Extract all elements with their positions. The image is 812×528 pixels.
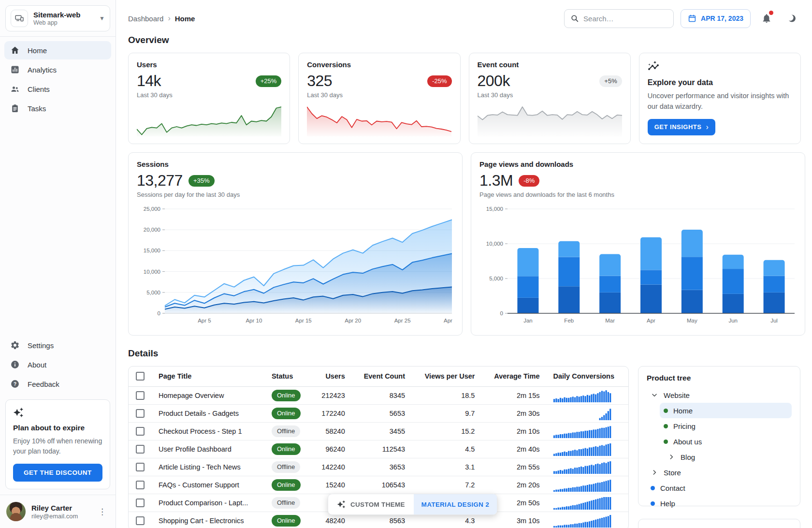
row-checkbox[interactable]: [136, 516, 145, 525]
page-title-cell: Checkout Process - Step 1: [152, 422, 265, 440]
date-label: APR 17, 2023: [701, 15, 743, 22]
sessions-area-chart: 05,00010,00015,00020,00025,000Apr 5Apr 1…: [137, 204, 454, 326]
event-count-cell: 112543: [352, 440, 412, 458]
devices-icon: [11, 10, 28, 27]
breadcrumb-root[interactable]: Dashboard: [128, 15, 163, 23]
breadcrumb-separator-icon: ›: [168, 14, 170, 23]
column-header: Average Time: [481, 367, 546, 386]
sidebar-item-clients[interactable]: Clients: [4, 80, 111, 98]
daily-conversions-cell: [547, 386, 628, 404]
info-icon: [10, 359, 20, 370]
row-checkbox-cell: [129, 386, 152, 404]
svg-text:25,000: 25,000: [144, 206, 160, 212]
tree-item-label: Home: [673, 407, 693, 415]
row-checkbox-cell: [129, 404, 152, 422]
row-checkbox-cell: [129, 512, 152, 528]
row-checkbox[interactable]: [136, 463, 145, 471]
search-input[interactable]: [583, 15, 680, 23]
trend-sparkline: [478, 102, 622, 136]
notification-badge: [769, 11, 773, 15]
users-cell: 142240: [311, 458, 352, 476]
svg-text:Apr 20: Apr 20: [345, 318, 361, 323]
green-dot-icon: [664, 409, 668, 413]
date-picker-button[interactable]: APR 17, 2023: [681, 9, 751, 28]
tree-item-contact[interactable]: Contact: [647, 480, 792, 496]
status-badge: Offline: [272, 461, 300, 473]
status-badge: Online: [272, 443, 301, 455]
user-name: Riley Carter: [31, 504, 78, 512]
column-header: Users: [311, 367, 352, 386]
tree-item-about-us[interactable]: About us: [660, 434, 792, 449]
select-all-cell: [129, 367, 152, 386]
partial-card: [638, 519, 800, 528]
stat-card-title: Users: [137, 60, 281, 69]
stat-value: 200k: [478, 72, 510, 90]
notifications-button[interactable]: [757, 9, 776, 28]
explore-card-body: Uncover performance and visitor insights…: [648, 91, 792, 112]
sidebar-item-about[interactable]: About: [4, 355, 111, 374]
average-time-cell: 2m 10s: [481, 422, 546, 440]
svg-text:Apr 10: Apr 10: [246, 318, 262, 323]
get-insights-button[interactable]: GET INSIGHTS ›: [648, 119, 716, 135]
workspace-selector[interactable]: Sitemark-web Web app ▼: [5, 5, 110, 31]
average-time-cell: 2m 15s: [481, 386, 546, 404]
row-checkbox[interactable]: [136, 445, 145, 454]
tree-item-store[interactable]: Store: [647, 465, 792, 480]
tree-item-blog[interactable]: Blog: [664, 449, 792, 465]
column-header: Event Count: [352, 367, 412, 386]
tree-item-website[interactable]: Website: [647, 387, 792, 403]
sidebar-item-tasks[interactable]: Tasks: [4, 99, 111, 117]
column-header: Page Title: [152, 367, 265, 386]
users-cell: 58240: [311, 422, 352, 440]
row-checkbox[interactable]: [136, 499, 145, 507]
row-checkbox[interactable]: [136, 427, 145, 436]
tree-item-home[interactable]: Home: [660, 403, 792, 418]
row-checkbox[interactable]: [136, 409, 145, 418]
row-checkbox[interactable]: [136, 391, 145, 400]
svg-text:5,000: 5,000: [146, 290, 160, 295]
search-icon: [570, 14, 579, 23]
overview-section-title: Overview: [128, 35, 801, 45]
table-row: User Profile DashboardOnline962401125434…: [129, 440, 628, 458]
trend-sparkline: [137, 102, 281, 136]
workspace-name: Sitemark-web: [33, 11, 94, 19]
topbar: Dashboard › Home APR 17, 2023: [128, 0, 801, 28]
tree-item-label: Contact: [660, 484, 685, 492]
tree-item-help[interactable]: Help: [647, 496, 792, 511]
sessions-chart-card: Sessions 13,277 +35% Sessions per day fo…: [128, 152, 463, 336]
sidebar-item-analytics[interactable]: Analytics: [4, 60, 111, 79]
material-design-2-button[interactable]: MATERIAL DESIGN 2: [414, 494, 497, 514]
tree-item-pricing[interactable]: Pricing: [660, 418, 792, 434]
insights-icon: [648, 60, 792, 72]
sidebar-item-home[interactable]: Home: [4, 41, 111, 59]
page-title-cell: Product Details - Gadgets: [152, 404, 265, 422]
sessions-trend-chip: +35%: [188, 175, 215, 187]
svg-text:Apr 30: Apr 30: [444, 318, 454, 323]
green-dot-icon: [664, 440, 668, 444]
dark-mode-toggle[interactable]: [783, 9, 801, 28]
chevron-right-icon: [667, 453, 675, 461]
plan-expiry-card: Plan about to expire Enjoy 10% off when …: [5, 399, 110, 489]
average-time-cell: 2m 20s: [481, 476, 546, 494]
more-options-icon[interactable]: ⋮: [95, 505, 109, 519]
sidebar-item-label: About: [28, 361, 46, 369]
sidebar-item-settings[interactable]: Settings: [4, 336, 111, 354]
tree-item-label: Pricing: [673, 422, 696, 430]
select-all-checkbox[interactable]: [136, 372, 145, 381]
column-header: Views per User: [412, 367, 481, 386]
tree-item-label: About us: [673, 438, 702, 446]
status-badge: Online: [272, 515, 301, 527]
breadcrumb-current: Home: [175, 15, 195, 23]
row-checkbox[interactable]: [136, 481, 145, 489]
custom-theme-button[interactable]: CUSTOM THEME: [328, 494, 414, 514]
sessions-title: Sessions: [137, 160, 454, 168]
sidebar-item-feedback[interactable]: ?Feedback: [4, 375, 111, 393]
svg-text:Mar: Mar: [605, 318, 615, 323]
get-discount-button[interactable]: GET THE DISCOUNT: [13, 464, 102, 482]
trend-chip: +5%: [599, 75, 622, 87]
status-cell: Online: [265, 476, 311, 494]
plan-card-body: Enjoy 10% off when renewing your plan to…: [13, 436, 102, 456]
chevron-right-icon: [651, 469, 658, 476]
svg-text:Apr: Apr: [647, 318, 655, 323]
trend-chip: -25%: [427, 75, 451, 87]
